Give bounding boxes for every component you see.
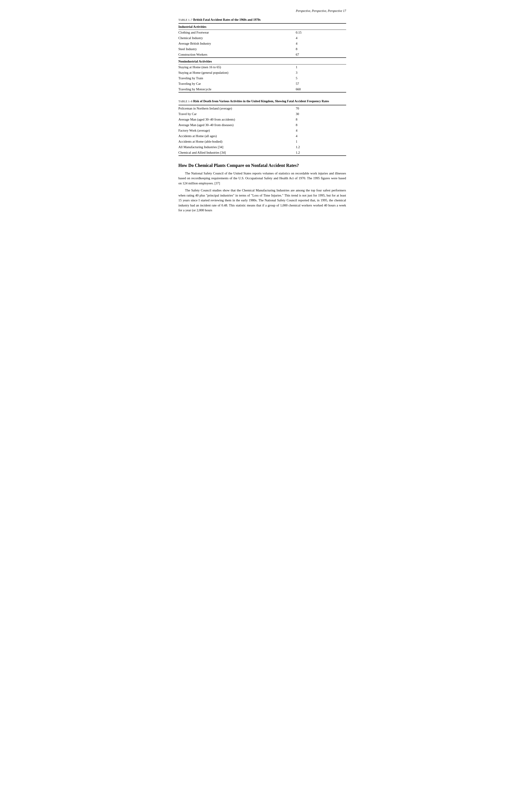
table-row: Staying at Home (men 16 to 65) 1 <box>179 65 346 70</box>
table1-row0-value: 0.15 <box>296 31 302 34</box>
table1-s2-row0-activity: Staying at Home (men 16 to 65) <box>179 65 221 69</box>
table2-row4-value: 4 <box>296 129 297 132</box>
table2-row4-activity: Factory Work (average) <box>179 129 210 132</box>
table1-s2-row3-value: 57 <box>296 82 299 85</box>
table2-row1-value: 30 <box>296 112 299 116</box>
table1-s2-row4-value: 660 <box>296 88 301 91</box>
table-row: Traveling by Motorcycle 660 <box>179 87 346 92</box>
table2-row2-value: 8 <box>296 118 297 121</box>
table1-s2-row1-value: 3 <box>296 71 297 74</box>
table1-s2-row2-activity: Traveling by Train <box>179 76 203 80</box>
table2-row6-value: 1 <box>296 140 297 143</box>
table2-row0-value: 70 <box>296 107 299 110</box>
table-row: Construction Workers 67 <box>179 52 346 58</box>
paragraph-2-text: The Safety Council studies show that the… <box>179 189 346 212</box>
table1-s2-row3-activity: Traveling by Car <box>179 82 201 85</box>
table-row: Factory Work (average) 4 <box>179 128 346 133</box>
table1-s2-row2-value: 5 <box>296 76 297 80</box>
paragraph-1: The National Safety Council of the Unite… <box>179 171 346 186</box>
table2-title-text: Risk of Death from Various Activities in… <box>193 100 329 103</box>
table1: Industrial Activities Clothing and Footw… <box>179 23 346 93</box>
table1-section1-header: Industrial Activities <box>179 25 207 28</box>
table2-row1-activity: Travel by Car <box>179 112 197 116</box>
table1-s2-row0-value: 1 <box>296 65 297 69</box>
table1-row4-activity: Construction Workers <box>179 53 207 56</box>
table1-s2-row1-activity: Staying at Home (general population) <box>179 71 229 74</box>
table1-row2-value: 4 <box>296 42 297 45</box>
table-row: Chemical Industry 4 <box>179 35 346 41</box>
table-row: All Manufacturing Industries [34] 1.2 <box>179 144 346 150</box>
table2-row5-activity: Accidents at Home (all ages) <box>179 134 217 138</box>
table2-row5-value: 4 <box>296 134 297 138</box>
table-row: Travel by Car 30 <box>179 111 346 117</box>
header-text: Perspective, Perspective, Perspective 17 <box>296 9 346 13</box>
table-row: Accidents at Home (all ages) 4 <box>179 133 346 139</box>
table1-row3-activity: Steel Industry <box>179 47 197 51</box>
table2-row3-value: 8 <box>296 123 297 127</box>
table1-section2-header-row: Nonindustrial Activities <box>179 58 346 65</box>
table-row: Average Man (aged 30–40 from diseases) 8 <box>179 122 346 128</box>
table2-row8-activity: Chemical and Allied Industries [34] <box>179 151 226 154</box>
table2-row6-activity: Accidents at Home (able-bodied) <box>179 140 223 143</box>
table2: Policeman in Northern Ireland (average) … <box>179 105 346 156</box>
table2-row2-activity: Average Man (aged 30–40 from accidents) <box>179 118 235 121</box>
table2-label: Table 1–8 <box>179 100 192 103</box>
table2-row7-value: 1.2 <box>296 145 300 149</box>
table-row: Chemical and Allied Industries [34] 1.2 <box>179 150 346 156</box>
table1-row1-activity: Chemical Industry <box>179 36 203 40</box>
table1-row2-activity: Average British Industry <box>179 42 211 45</box>
paragraph-1-text: The National Safety Council of the Unite… <box>179 172 346 185</box>
table-row: Policeman in Northern Ireland (average) … <box>179 105 346 111</box>
table2-title: Table 1–8 Risk of Death from Various Act… <box>179 99 346 103</box>
table-row: Average Man (aged 30–40 from accidents) … <box>179 117 346 122</box>
table-row: Staying at Home (general population) 3 <box>179 70 346 75</box>
table1-top-border: Industrial Activities <box>179 23 346 30</box>
table1-row0-activity: Clothing and Footwear <box>179 31 209 34</box>
table1-label: Table 1–7 <box>179 18 192 21</box>
table1-row4-value: 67 <box>296 53 299 56</box>
table1-row3-value: 8 <box>296 47 297 51</box>
table-row: Traveling by Car 57 <box>179 81 346 87</box>
table1-title-text: British Fatal Accident Rates of the 1960… <box>193 18 261 21</box>
table1-number: 1–7 <box>188 18 192 21</box>
table1-title: Table 1–7 British Fatal Accident Rates o… <box>179 18 346 22</box>
section-heading: How Do Chemical Plants Compare on Nonfat… <box>179 163 346 168</box>
table2-row7-activity: All Manufacturing Industries [34] <box>179 145 224 149</box>
table2-row0-activity: Policeman in Northern Ireland (average) <box>179 107 232 110</box>
table-row: Accidents at Home (able-bodied) 1 <box>179 139 346 144</box>
table2-row3-activity: Average Man (aged 30–40 from diseases) <box>179 123 234 127</box>
table-row: Clothing and Footwear 0.15 <box>179 30 346 35</box>
table-row: Traveling by Train 5 <box>179 75 346 81</box>
table-row: Average British Industry 4 <box>179 41 346 46</box>
section-heading-text: How Do Chemical Plants Compare on Nonfat… <box>179 163 299 168</box>
table-row: Steel Industry 8 <box>179 46 346 52</box>
table2-row8-value: 1.2 <box>296 151 300 154</box>
table1-s2-row4-activity: Traveling by Motorcycle <box>179 88 211 91</box>
paragraph-2: The Safety Council studies show that the… <box>179 188 346 213</box>
table2-number: 1–8 <box>188 100 192 103</box>
table1-section2-header: Nonindustrial Activities <box>179 59 212 63</box>
page-header: Perspective, Perspective, Perspective 17 <box>179 9 346 13</box>
table1-row1-value: 4 <box>296 36 297 40</box>
